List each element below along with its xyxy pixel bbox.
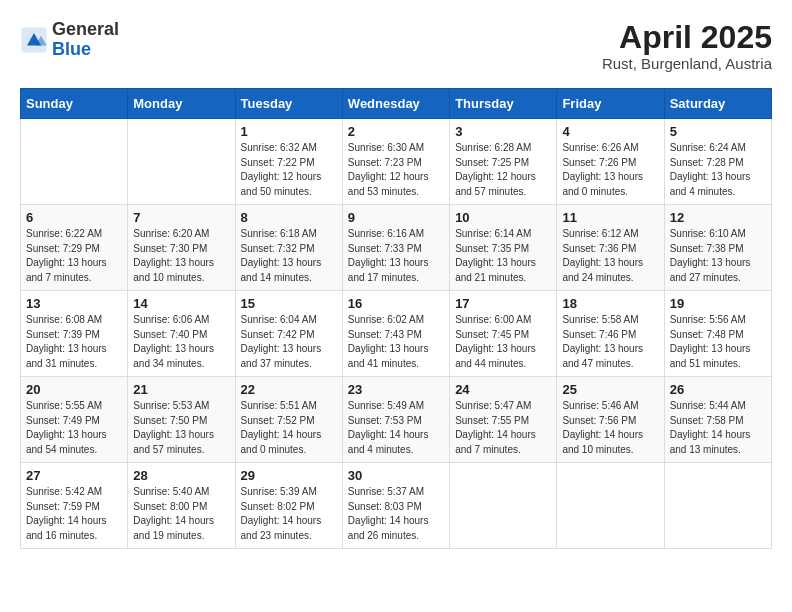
- day-info: Sunrise: 6:20 AMSunset: 7:30 PMDaylight:…: [133, 227, 229, 285]
- weekday-header: Saturday: [664, 89, 771, 119]
- calendar-cell: 6Sunrise: 6:22 AMSunset: 7:29 PMDaylight…: [21, 205, 128, 291]
- day-info: Sunrise: 6:16 AMSunset: 7:33 PMDaylight:…: [348, 227, 444, 285]
- day-number: 18: [562, 296, 658, 311]
- day-info: Sunrise: 5:40 AMSunset: 8:00 PMDaylight:…: [133, 485, 229, 543]
- day-number: 11: [562, 210, 658, 225]
- day-info: Sunrise: 6:12 AMSunset: 7:36 PMDaylight:…: [562, 227, 658, 285]
- weekday-header: Monday: [128, 89, 235, 119]
- day-number: 17: [455, 296, 551, 311]
- logo-general: General: [52, 19, 119, 39]
- day-number: 22: [241, 382, 337, 397]
- calendar-cell: 14Sunrise: 6:06 AMSunset: 7:40 PMDayligh…: [128, 291, 235, 377]
- day-number: 10: [455, 210, 551, 225]
- weekday-header: Friday: [557, 89, 664, 119]
- calendar-week-row: 27Sunrise: 5:42 AMSunset: 7:59 PMDayligh…: [21, 463, 772, 549]
- calendar-cell: 5Sunrise: 6:24 AMSunset: 7:28 PMDaylight…: [664, 119, 771, 205]
- calendar-cell: 27Sunrise: 5:42 AMSunset: 7:59 PMDayligh…: [21, 463, 128, 549]
- day-number: 30: [348, 468, 444, 483]
- day-number: 13: [26, 296, 122, 311]
- calendar-cell: 7Sunrise: 6:20 AMSunset: 7:30 PMDaylight…: [128, 205, 235, 291]
- day-info: Sunrise: 6:06 AMSunset: 7:40 PMDaylight:…: [133, 313, 229, 371]
- calendar-cell: 9Sunrise: 6:16 AMSunset: 7:33 PMDaylight…: [342, 205, 449, 291]
- weekday-header: Tuesday: [235, 89, 342, 119]
- day-number: 16: [348, 296, 444, 311]
- day-number: 29: [241, 468, 337, 483]
- calendar-cell: 18Sunrise: 5:58 AMSunset: 7:46 PMDayligh…: [557, 291, 664, 377]
- day-info: Sunrise: 5:56 AMSunset: 7:48 PMDaylight:…: [670, 313, 766, 371]
- day-info: Sunrise: 5:58 AMSunset: 7:46 PMDaylight:…: [562, 313, 658, 371]
- day-info: Sunrise: 5:55 AMSunset: 7:49 PMDaylight:…: [26, 399, 122, 457]
- calendar-cell: 3Sunrise: 6:28 AMSunset: 7:25 PMDaylight…: [450, 119, 557, 205]
- day-info: Sunrise: 6:26 AMSunset: 7:26 PMDaylight:…: [562, 141, 658, 199]
- calendar-cell: 12Sunrise: 6:10 AMSunset: 7:38 PMDayligh…: [664, 205, 771, 291]
- day-info: Sunrise: 5:44 AMSunset: 7:58 PMDaylight:…: [670, 399, 766, 457]
- calendar-cell: 16Sunrise: 6:02 AMSunset: 7:43 PMDayligh…: [342, 291, 449, 377]
- calendar-cell: 26Sunrise: 5:44 AMSunset: 7:58 PMDayligh…: [664, 377, 771, 463]
- calendar-week-row: 1Sunrise: 6:32 AMSunset: 7:22 PMDaylight…: [21, 119, 772, 205]
- day-info: Sunrise: 6:22 AMSunset: 7:29 PMDaylight:…: [26, 227, 122, 285]
- logo-icon: [20, 26, 48, 54]
- day-number: 25: [562, 382, 658, 397]
- day-info: Sunrise: 6:28 AMSunset: 7:25 PMDaylight:…: [455, 141, 551, 199]
- day-number: 7: [133, 210, 229, 225]
- calendar-cell: 10Sunrise: 6:14 AMSunset: 7:35 PMDayligh…: [450, 205, 557, 291]
- day-info: Sunrise: 6:08 AMSunset: 7:39 PMDaylight:…: [26, 313, 122, 371]
- calendar-cell: [557, 463, 664, 549]
- day-info: Sunrise: 5:46 AMSunset: 7:56 PMDaylight:…: [562, 399, 658, 457]
- day-number: 4: [562, 124, 658, 139]
- location-title: Rust, Burgenland, Austria: [602, 55, 772, 72]
- day-number: 20: [26, 382, 122, 397]
- day-number: 8: [241, 210, 337, 225]
- weekday-header: Wednesday: [342, 89, 449, 119]
- calendar-cell: 13Sunrise: 6:08 AMSunset: 7:39 PMDayligh…: [21, 291, 128, 377]
- day-number: 15: [241, 296, 337, 311]
- calendar-cell: 30Sunrise: 5:37 AMSunset: 8:03 PMDayligh…: [342, 463, 449, 549]
- day-number: 3: [455, 124, 551, 139]
- calendar-cell: 25Sunrise: 5:46 AMSunset: 7:56 PMDayligh…: [557, 377, 664, 463]
- calendar-week-row: 13Sunrise: 6:08 AMSunset: 7:39 PMDayligh…: [21, 291, 772, 377]
- page-header: General Blue April 2025 Rust, Burgenland…: [20, 20, 772, 72]
- calendar-cell: 1Sunrise: 6:32 AMSunset: 7:22 PMDaylight…: [235, 119, 342, 205]
- day-number: 1: [241, 124, 337, 139]
- weekday-header: Thursday: [450, 89, 557, 119]
- calendar-cell: 24Sunrise: 5:47 AMSunset: 7:55 PMDayligh…: [450, 377, 557, 463]
- day-number: 23: [348, 382, 444, 397]
- calendar-cell: 4Sunrise: 6:26 AMSunset: 7:26 PMDaylight…: [557, 119, 664, 205]
- calendar-cell: 19Sunrise: 5:56 AMSunset: 7:48 PMDayligh…: [664, 291, 771, 377]
- calendar-cell: 15Sunrise: 6:04 AMSunset: 7:42 PMDayligh…: [235, 291, 342, 377]
- calendar-cell: [450, 463, 557, 549]
- day-number: 5: [670, 124, 766, 139]
- calendar-cell: 2Sunrise: 6:30 AMSunset: 7:23 PMDaylight…: [342, 119, 449, 205]
- calendar-cell: 8Sunrise: 6:18 AMSunset: 7:32 PMDaylight…: [235, 205, 342, 291]
- day-number: 6: [26, 210, 122, 225]
- day-info: Sunrise: 5:37 AMSunset: 8:03 PMDaylight:…: [348, 485, 444, 543]
- calendar-cell: [21, 119, 128, 205]
- calendar-cell: 17Sunrise: 6:00 AMSunset: 7:45 PMDayligh…: [450, 291, 557, 377]
- day-info: Sunrise: 6:10 AMSunset: 7:38 PMDaylight:…: [670, 227, 766, 285]
- calendar-cell: 29Sunrise: 5:39 AMSunset: 8:02 PMDayligh…: [235, 463, 342, 549]
- day-info: Sunrise: 6:00 AMSunset: 7:45 PMDaylight:…: [455, 313, 551, 371]
- calendar-table: SundayMondayTuesdayWednesdayThursdayFrid…: [20, 88, 772, 549]
- day-info: Sunrise: 5:39 AMSunset: 8:02 PMDaylight:…: [241, 485, 337, 543]
- calendar-cell: 11Sunrise: 6:12 AMSunset: 7:36 PMDayligh…: [557, 205, 664, 291]
- day-number: 12: [670, 210, 766, 225]
- weekday-header: Sunday: [21, 89, 128, 119]
- day-number: 9: [348, 210, 444, 225]
- day-info: Sunrise: 6:30 AMSunset: 7:23 PMDaylight:…: [348, 141, 444, 199]
- day-info: Sunrise: 5:42 AMSunset: 7:59 PMDaylight:…: [26, 485, 122, 543]
- day-info: Sunrise: 5:53 AMSunset: 7:50 PMDaylight:…: [133, 399, 229, 457]
- day-number: 14: [133, 296, 229, 311]
- calendar-week-row: 20Sunrise: 5:55 AMSunset: 7:49 PMDayligh…: [21, 377, 772, 463]
- logo: General Blue: [20, 20, 119, 60]
- calendar-cell: 20Sunrise: 5:55 AMSunset: 7:49 PMDayligh…: [21, 377, 128, 463]
- day-info: Sunrise: 6:32 AMSunset: 7:22 PMDaylight:…: [241, 141, 337, 199]
- day-number: 26: [670, 382, 766, 397]
- day-number: 19: [670, 296, 766, 311]
- calendar-cell: [128, 119, 235, 205]
- calendar-cell: 21Sunrise: 5:53 AMSunset: 7:50 PMDayligh…: [128, 377, 235, 463]
- day-number: 27: [26, 468, 122, 483]
- title-block: April 2025 Rust, Burgenland, Austria: [602, 20, 772, 72]
- day-info: Sunrise: 5:49 AMSunset: 7:53 PMDaylight:…: [348, 399, 444, 457]
- calendar-cell: 22Sunrise: 5:51 AMSunset: 7:52 PMDayligh…: [235, 377, 342, 463]
- day-info: Sunrise: 6:24 AMSunset: 7:28 PMDaylight:…: [670, 141, 766, 199]
